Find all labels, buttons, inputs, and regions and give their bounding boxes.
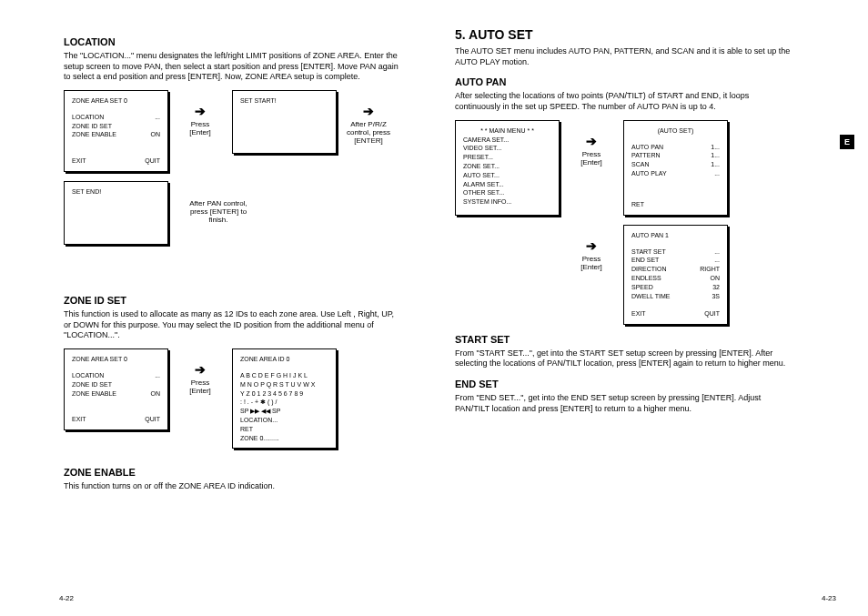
arrow-block: ➔ Press [Enter] — [168, 348, 232, 395]
box-title: SET END! — [72, 187, 101, 197]
box-title: AUTO PAN 1 — [631, 231, 669, 240]
box-title: ZONE AREA SET 0 — [72, 96, 127, 106]
l: AUTO SET... — [463, 171, 551, 180]
auto-set-heading: 5. AUTO SET — [455, 27, 792, 42]
t: [Enter] — [189, 128, 211, 136]
r: AUTO PAN — [631, 143, 663, 152]
l: M N O P Q R S T U V W X — [240, 380, 328, 389]
l: OTHER SET... — [463, 188, 551, 197]
side-tab: E — [840, 135, 854, 149]
t: After P/R/Z — [350, 120, 387, 128]
location-text: The "LOCATION..." menu designates the le… — [64, 51, 400, 83]
r: ENDLESS — [631, 274, 661, 283]
r: ... — [155, 113, 160, 122]
t: [Enter] — [580, 263, 602, 271]
t: After PAN control, — [189, 199, 247, 207]
end-set-heading: END SET — [455, 379, 792, 389]
page-number-left: 4-22 — [59, 594, 74, 602]
r: 1... — [711, 151, 720, 160]
zone-id-heading: ZONE ID SET — [64, 295, 400, 306]
r: START SET — [631, 247, 666, 257]
l: SP ▶▶ ◀◀ SP — [240, 407, 328, 416]
auto-pan-row1: * * MAIN MENU * * CAMERA SET... VIDEO SE… — [455, 120, 792, 216]
arrow-block: ➔ Press [Enter] — [168, 90, 232, 136]
auto-set-box: (AUTO SET) AUTO PAN1... PATTERN1... SCAN… — [623, 120, 728, 216]
arrow-icon: ➔ — [195, 362, 206, 377]
t: Press — [191, 120, 209, 128]
l: VIDEO SET... — [463, 144, 551, 153]
f: QUIT — [145, 157, 160, 166]
arrow-icon: ➔ — [195, 104, 206, 118]
r: DIRECTION — [631, 265, 667, 274]
l: ZONE SET... — [463, 162, 551, 171]
r: 1... — [711, 160, 720, 169]
f: QUIT — [704, 309, 720, 318]
l: ZONE 0......... — [240, 434, 328, 443]
l: RET — [240, 425, 328, 434]
r: DWELL TIME — [631, 292, 670, 301]
right-column: 5. AUTO SET The AUTO SET menu includes A… — [428, 27, 792, 500]
t: press [ENTER] to — [190, 207, 247, 216]
zone-enable-text: This function turns on or off the ZONE A… — [64, 481, 400, 492]
r: RIGHT — [700, 265, 720, 274]
r: ... — [155, 371, 160, 380]
arrow-icon: ➔ — [586, 238, 597, 253]
r: 1... — [711, 143, 720, 152]
l: SYSTEM INFO... — [463, 197, 551, 207]
r: LOCATION — [72, 113, 104, 122]
auto-pan-detail-box: AUTO PAN 1 START SET... END SET... DIREC… — [623, 225, 728, 325]
r: ON — [711, 274, 721, 283]
page-spread: LOCATION The "LOCATION..." menu designat… — [64, 27, 828, 500]
r: ZONE ID SET — [72, 122, 112, 131]
r: ... — [714, 247, 720, 257]
arrow-icon: ➔ — [586, 134, 597, 148]
r: LOCATION — [72, 371, 104, 380]
start-set-heading: START SET — [455, 334, 792, 345]
arrow-block: After PAN control, press [ENTER] to fini… — [168, 181, 268, 224]
auto-pan-text: After selecting the locations of two poi… — [455, 91, 792, 112]
arrow-icon: ➔ — [363, 104, 374, 118]
r: 32 — [712, 283, 720, 292]
r: 3S — [712, 292, 720, 301]
t: [Enter] — [580, 158, 602, 167]
zone-id-text: This function is used to allocate as man… — [64, 309, 400, 341]
r: END SET — [631, 256, 659, 265]
box-title: (AUTO SET) — [631, 126, 720, 136]
box-title: ZONE AREA ID 0 — [240, 355, 289, 364]
r: ZONE ID SET — [72, 380, 112, 389]
end-set-text: From "END SET...", get into the END SET … — [455, 393, 792, 414]
f: QUIT — [145, 415, 160, 424]
zone-enable-heading: ZONE ENABLE — [64, 467, 400, 478]
arrow-block: ➔ Press [Enter] — [560, 225, 623, 271]
auto-pan-row2: ➔ Press [Enter] AUTO PAN 1 START SET... … — [455, 225, 792, 325]
r: ZONE ENABLE — [72, 389, 116, 399]
t: Press — [582, 255, 601, 263]
r: ... — [714, 256, 720, 265]
location-row2: SET END! After PAN control, press [ENTER… — [64, 181, 400, 245]
box-title: * * MAIN MENU * * — [463, 126, 551, 136]
l: PRESET... — [463, 153, 551, 162]
auto-pan-heading: AUTO PAN — [455, 76, 792, 87]
f: EXIT — [72, 157, 86, 166]
l: : ! . - + ✱ ( ) / — [240, 398, 328, 407]
l: LOCATION... — [240, 416, 328, 425]
zone-area-id-box: ZONE AREA ID 0 A B C D E F G H I J K L M… — [232, 348, 337, 449]
auto-set-text: The AUTO SET menu includes AUTO PAN, PAT… — [455, 46, 792, 67]
zone-id-row: ZONE AREA SET 0 LOCATION... ZONE ID SET … — [64, 348, 400, 449]
zone-area-set-box2: ZONE AREA SET 0 LOCATION... ZONE ID SET … — [64, 348, 168, 430]
l: ALARM SET... — [463, 180, 551, 189]
t: finish. — [209, 216, 228, 224]
t: Press — [191, 379, 209, 387]
main-menu-box: * * MAIN MENU * * CAMERA SET... VIDEO SE… — [455, 120, 560, 216]
left-column: LOCATION The "LOCATION..." menu designat… — [64, 27, 428, 500]
t: control, press — [347, 128, 390, 136]
t: [ENTER] — [354, 136, 383, 145]
box-title: SET START! — [240, 96, 277, 106]
zone-area-set-box: ZONE AREA SET 0 LOCATION... ZONE ID SET … — [64, 90, 168, 172]
set-start-box: SET START! — [232, 90, 337, 154]
f: RET — [631, 200, 644, 209]
arrow-block: ➔ After P/R/Z control, press [ENTER] — [337, 90, 400, 145]
r: ZONE ENABLE — [72, 130, 116, 139]
arrow-block: ➔ Press [Enter] — [560, 120, 623, 167]
l: CAMERA SET... — [463, 136, 551, 145]
